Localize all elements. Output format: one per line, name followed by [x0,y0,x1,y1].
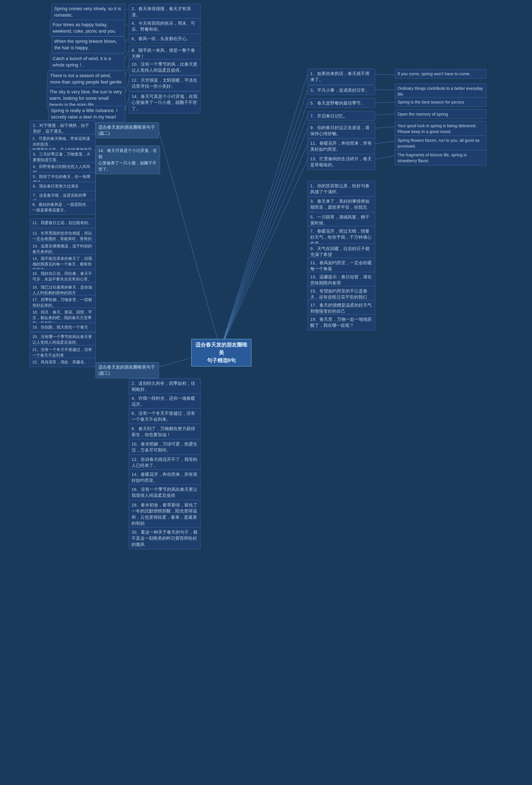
bz-node-3: 6、没有一个冬天不曾越过，没有一个春天不会到来。 [129,408,201,424]
svg-line-2 [125,39,129,43]
lz-node-1: 1、对于慢慢，始于偶然，始于美好，温于遇见。 [30,121,96,136]
bz-node-4: 8、春天到了，万物都在努力获得新生，你也要加油！ [129,424,201,440]
svg-line-14 [220,159,308,349]
bz-node-5: 10、春光明媚，万绿可爱，热爱生活，万条尽可期待。 [129,439,201,455]
svg-line-17 [374,102,395,103]
rm-node-15: 15、有望如约而至的不让是春天，还有促暗迁花平安的我们 [308,286,375,302]
rm-node-13: 11、春风如约而至，一定会吹暖每一个角落 [308,258,375,274]
svg-line-8 [220,74,308,349]
zr-node-4: 8、随手抓一来风，便是一整个春天啊！ [129,45,201,61]
re-node-3: Spring is the best season for picnics [395,97,486,107]
rm-node-5: 9、你的春日好运正在派送，请保持心情舒畅。 [308,123,375,139]
svg-line-0 [125,9,129,10]
re-node-2: Ordinary things contribute to a better e… [395,83,486,99]
bz-node-9: 18、春水初妆，春草新绿，留化了一冬的沉默悄悄苏醒，阳光变得温和，云也变得轻柔，… [129,500,201,528]
tl-node-1: Spring comes very slowly, so it is roman… [52,4,125,20]
rm-node-3: 5、春天是野餐的最佳季节。 [308,98,375,108]
rm-node-10: 5、一川因草，满城风絮，柳子黄时候。 [308,212,375,228]
svg-line-18 [374,114,395,115]
re-node-7: The fragments of leisure life, spring is… [395,150,486,166]
bz-node-10: 20、看这一种关于春天的句子，都不及这一刻唯美的昨日黄昏和恰好的微风 [129,527,201,549]
tl-node-4: Catch a bunch of wind, it is a whole spr… [50,54,125,70]
center-node: 适合春天发的朋友圈唯美句子精选9句 [191,339,251,366]
svg-line-23 [158,128,220,349]
svg-line-21 [374,156,395,159]
zr-node-6: 12、天空很蓝，太阳很暖，平淡生活里寻找一些小美好。 [129,75,201,91]
lz-node-8: 8、最好的春风是，一面是阳光，一面是看着温窗天。 [30,200,96,215]
rm-node-6: 11、春暖花开，奔你而来，所有美好如约而至。 [308,138,375,154]
bz-node-7: 14、春暖花开，奔你而来，所有美好如约而至。 [129,470,201,485]
zr-node-1: 2、春天来得很慢，春天才有浪漫。 [129,4,201,20]
zr-node-5: 10、没有一个季节的风，比春天更让人觉得人间温柔且值得。 [129,59,201,75]
re-node-1: If you come, spring won't have to come. [395,69,486,79]
rm-node-8: 1、你的笑容那么美，恰好与春风撞了个满怀。 [308,181,375,197]
svg-line-12 [220,128,308,349]
svg-line-3 [125,50,129,59]
tl-node-2: Four times as happy today, weekend, coke… [50,20,125,36]
re-node-4: Open the memory of spring [395,109,486,119]
bz-node-8: 16、没有一个季节的风比春天更让我觉得人间温柔且值得 [129,484,201,500]
rm-node-17: 19、春天里，万物一起一地地苏醒了，我在哪一处呢？ [308,314,375,330]
rm-node-4: 7、开启春日记忆。 [308,111,375,121]
rm-node-16: 17、春天的馈赠是温柔的好天气和慢慢变好的自己 [308,300,375,316]
mindmap-container: Spring comes very slowly, so it is roman… [0,0,532,785]
lz-node-9: 11、我爱春日之花，划过跑有的。 [30,218,96,228]
svg-line-15 [374,74,395,75]
re-node-6: Spring flowers bloom, run to you, all go… [395,135,486,151]
svg-line-13 [220,144,308,349]
svg-line-19 [374,127,395,128]
rm-node-7: 13、忙里偷闲的生活碎片，春天是草莓味的。 [308,154,375,170]
svg-line-1 [125,24,129,26]
zr-node-2: 4、今天有四倍的快乐，周末、可乐、野餐和你。 [129,18,201,34]
lz-node-18: 20、没有哪一个季节的风比春天更让人觉得人间温柔且值得。 [30,332,96,347]
svg-line-10 [220,103,308,349]
bz-node-6: 12、告诉春天桃花开不了，我等的人已经来了。 [129,454,201,471]
svg-line-5 [125,80,129,95]
bz-node-2: 4、许我一段时光，还你一场春暖花开。 [129,393,201,409]
branch-title-3: 适合春天发的朋友圈唯美句子(篇三) [96,362,159,378]
bz-node-1: 2、送别经久的冬，四季如初，佳期敢好。 [129,378,201,395]
tl-node-3: When the spring breeze blows, the hair i… [52,36,125,53]
svg-line-20 [374,141,395,144]
re-node-5: Your good luck in spring is being delive… [395,121,486,136]
rm-node-2: 3、平凡小事，促成美好日常。 [308,85,375,95]
lz-node-13: 15、我好自己说，同往春，春天不可步，永远不要失去实常的心里。 [30,269,96,284]
rm-node-1: 1、如果你来的话，春天就不用来了。 [308,69,375,84]
branch-node-14: 14、春天可真是个小讨厌鬼，在我心里偷养了一只小鹿，就圈子不管了。 [96,146,160,174]
svg-line-4 [125,65,129,77]
svg-line-9 [220,90,308,349]
lz-node-17: 19、你别跑，就大然给一个春天 [30,323,96,332]
zr-node-3: 6、春风一吹，头发都在开心。 [129,34,201,44]
svg-line-6 [125,98,129,112]
rm-node-14: 13、温馨提示：春日短暂，请在赏味期限内食用 [308,272,375,288]
branch-title-1: 适合春天发的朋友圈唯美句子(篇二) [96,122,159,138]
lz-node-6: 6、我在春日里努力过满尝 [30,182,96,191]
svg-line-11 [220,115,308,349]
zr-node-7: 14、春天可真是个小讨厌鬼，在我心里偷养了一只小鹿，就圈子不管了。 [129,92,201,113]
rm-node-12: 9、天气在回暖，往后的日子都充满了希望 [308,244,375,260]
lz-node-20: 22、风传花常，强处，库藏名。 [30,358,96,367]
